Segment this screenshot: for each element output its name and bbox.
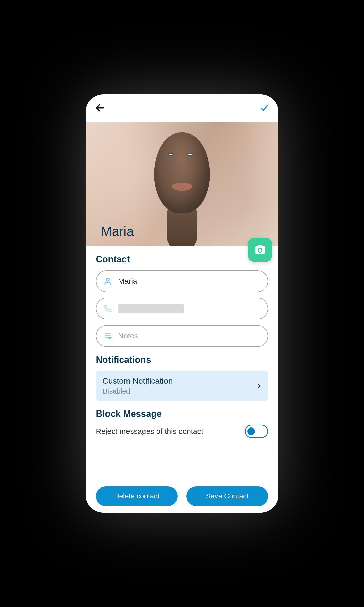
name-field[interactable] <box>96 270 268 292</box>
chevron-right-icon <box>256 382 262 390</box>
contact-photo: Maria <box>86 122 278 246</box>
save-contact-button[interactable]: Save Contact <box>186 486 268 506</box>
check-icon <box>260 103 269 113</box>
delete-contact-button[interactable]: Delete contact <box>96 486 178 506</box>
notes-field[interactable] <box>96 325 268 347</box>
top-bar <box>86 94 278 122</box>
block-toggle[interactable] <box>245 425 268 438</box>
footer-actions: Delete contact Save Contact <box>86 486 278 506</box>
person-icon <box>103 277 112 285</box>
camera-icon <box>254 244 266 256</box>
block-description: Reject messages of this contact <box>96 427 203 436</box>
section-title-block: Block Message <box>96 408 268 419</box>
custom-notification-label: Custom Notification <box>102 376 173 386</box>
section-title-notifications: Notifications <box>96 354 268 365</box>
svg-point-1 <box>106 278 109 281</box>
custom-notification-row[interactable]: Custom Notification Disabled <box>96 371 268 401</box>
phone-icon <box>104 305 112 313</box>
name-input[interactable] <box>118 277 261 285</box>
phone-frame: Maria Contact Notifications Cust <box>86 94 278 513</box>
contact-display-name: Maria <box>101 224 134 239</box>
phone-value-redacted <box>118 304 184 313</box>
notes-icon <box>104 332 112 340</box>
arrow-left-icon <box>95 103 105 113</box>
confirm-button[interactable] <box>260 103 269 114</box>
section-title-contact: Contact <box>96 254 268 265</box>
back-button[interactable] <box>95 103 105 114</box>
custom-notification-status: Disabled <box>102 387 173 395</box>
change-photo-button[interactable] <box>248 238 272 262</box>
notes-input[interactable] <box>118 332 261 340</box>
toggle-knob <box>247 427 255 435</box>
phone-field[interactable] <box>96 298 268 319</box>
